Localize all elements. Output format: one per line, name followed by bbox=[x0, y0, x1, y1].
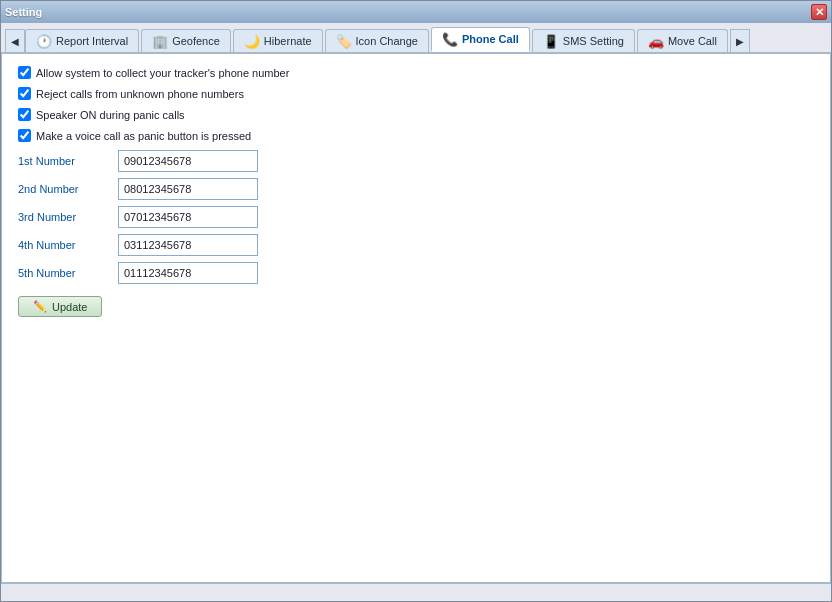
phone-numbers-section: 1st Number 2nd Number 3rd Number 4th Num… bbox=[18, 150, 814, 284]
scroll-left-button[interactable]: ◀ bbox=[5, 29, 25, 52]
first-number-row: 1st Number bbox=[18, 150, 814, 172]
update-button-label: Update bbox=[52, 301, 87, 313]
reject-calls-checkbox[interactable] bbox=[18, 87, 31, 100]
tab-sms-setting[interactable]: 📱 SMS Setting bbox=[532, 29, 635, 52]
checkbox-row-2: Reject calls from unknown phone numbers bbox=[18, 87, 814, 100]
tab-hibernate[interactable]: 🌙 Hibernate bbox=[233, 29, 323, 52]
voice-call-panic-checkbox[interactable] bbox=[18, 129, 31, 142]
title-bar: Setting ✕ bbox=[1, 1, 831, 23]
speaker-on-checkbox[interactable] bbox=[18, 108, 31, 121]
checkbox-row-3: Speaker ON during panic calls bbox=[18, 108, 814, 121]
scroll-right-button[interactable]: ▶ bbox=[730, 29, 750, 52]
tab-report-interval-label: Report Interval bbox=[56, 35, 128, 47]
close-button[interactable]: ✕ bbox=[811, 4, 827, 20]
window-title: Setting bbox=[5, 6, 42, 18]
third-number-label: 3rd Number bbox=[18, 211, 118, 223]
geofence-icon: 🏢 bbox=[152, 33, 168, 49]
speaker-on-label: Speaker ON during panic calls bbox=[36, 109, 185, 121]
sms-setting-icon: 📱 bbox=[543, 33, 559, 49]
checkbox-row-1: Allow system to collect your tracker's p… bbox=[18, 66, 814, 79]
update-icon: ✏️ bbox=[33, 300, 47, 313]
tab-icon-change[interactable]: 🏷️ Icon Change bbox=[325, 29, 429, 52]
tab-geofence-label: Geofence bbox=[172, 35, 220, 47]
update-button[interactable]: ✏️ Update bbox=[18, 296, 102, 317]
tab-report-interval[interactable]: 🕐 Report Interval bbox=[25, 29, 139, 52]
tab-bar: ◀ 🕐 Report Interval 🏢 Geofence 🌙 Hiberna… bbox=[1, 23, 831, 54]
tab-phone-call[interactable]: 📞 Phone Call bbox=[431, 27, 530, 52]
fourth-number-row: 4th Number bbox=[18, 234, 814, 256]
first-number-input[interactable] bbox=[118, 150, 258, 172]
checkbox-row-4: Make a voice call as panic button is pre… bbox=[18, 129, 814, 142]
hibernate-icon: 🌙 bbox=[244, 33, 260, 49]
tab-geofence[interactable]: 🏢 Geofence bbox=[141, 29, 231, 52]
second-number-label: 2nd Number bbox=[18, 183, 118, 195]
report-interval-icon: 🕐 bbox=[36, 33, 52, 49]
tab-phone-call-label: Phone Call bbox=[462, 33, 519, 45]
phone-call-icon: 📞 bbox=[442, 31, 458, 47]
fifth-number-row: 5th Number bbox=[18, 262, 814, 284]
allow-system-label: Allow system to collect your tracker's p… bbox=[36, 67, 289, 79]
third-number-row: 3rd Number bbox=[18, 206, 814, 228]
second-number-input[interactable] bbox=[118, 178, 258, 200]
move-call-icon: 🚗 bbox=[648, 33, 664, 49]
tab-move-call-label: Move Call bbox=[668, 35, 717, 47]
reject-calls-label: Reject calls from unknown phone numbers bbox=[36, 88, 244, 100]
tab-content: Allow system to collect your tracker's p… bbox=[1, 54, 831, 583]
tab-sms-setting-label: SMS Setting bbox=[563, 35, 624, 47]
fifth-number-label: 5th Number bbox=[18, 267, 118, 279]
third-number-input[interactable] bbox=[118, 206, 258, 228]
second-number-row: 2nd Number bbox=[18, 178, 814, 200]
allow-system-checkbox[interactable] bbox=[18, 66, 31, 79]
first-number-label: 1st Number bbox=[18, 155, 118, 167]
fourth-number-label: 4th Number bbox=[18, 239, 118, 251]
bottom-bar bbox=[1, 583, 831, 601]
fourth-number-input[interactable] bbox=[118, 234, 258, 256]
setting-window: Setting ✕ ◀ 🕐 Report Interval 🏢 Geofence… bbox=[0, 0, 832, 602]
icon-change-icon: 🏷️ bbox=[336, 33, 352, 49]
tab-hibernate-label: Hibernate bbox=[264, 35, 312, 47]
fifth-number-input[interactable] bbox=[118, 262, 258, 284]
voice-call-panic-label: Make a voice call as panic button is pre… bbox=[36, 130, 251, 142]
tab-icon-change-label: Icon Change bbox=[356, 35, 418, 47]
tab-move-call[interactable]: 🚗 Move Call bbox=[637, 29, 728, 52]
